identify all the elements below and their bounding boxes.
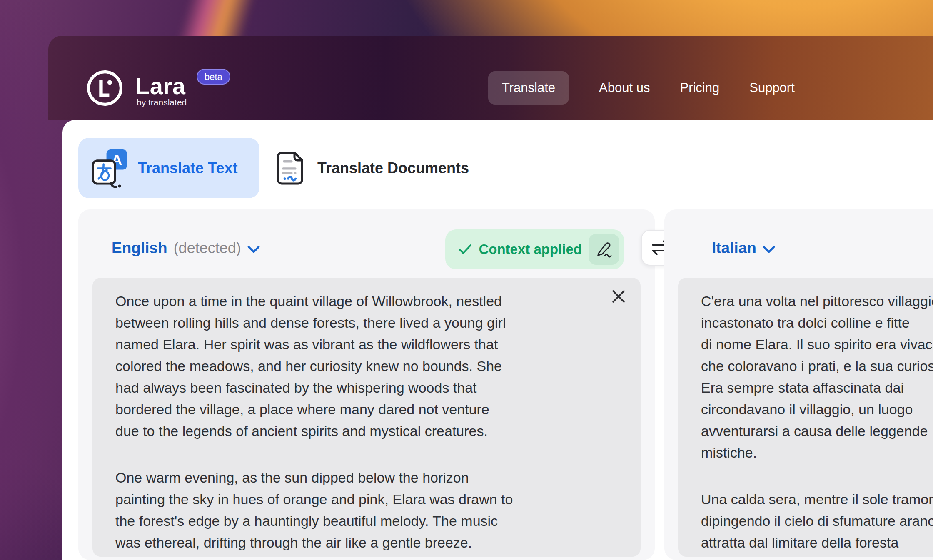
text-line: che coloravano i prati, e la sua curiosi…: [701, 355, 933, 377]
app-header: Lara by translated beta Translate About …: [48, 36, 933, 120]
lara-logo-icon[interactable]: [87, 70, 123, 106]
text-line: had always been fascinated by the whispe…: [115, 377, 641, 398]
text-line: di nome Elara. Il suo spirito era vivace: [701, 334, 933, 355]
text-line: attratta dal limitare della foresta: [701, 532, 933, 553]
source-panel: English (detected) Context applied: [78, 209, 655, 560]
paragraph: Once upon a time in the quaint village o…: [115, 290, 641, 442]
source-text[interactable]: Once upon a time in the quaint village o…: [92, 278, 641, 557]
context-applied-badge[interactable]: Context applied: [445, 229, 624, 269]
detected-note: (detected): [174, 239, 241, 257]
text-line: circondavano il villaggio, un luogo: [701, 398, 933, 420]
nav-item-about-us[interactable]: About us: [599, 80, 650, 95]
app-byline: by translated: [137, 97, 187, 107]
tab-label: Translate Documents: [317, 159, 469, 177]
context-applied-label: Context applied: [479, 241, 582, 257]
tab-translate-text[interactable]: A Translate Text: [78, 138, 259, 198]
text-line: between rolling hills and dense forests,…: [115, 312, 641, 334]
chevron-down-icon: [763, 245, 775, 254]
tab-label: Translate Text: [138, 159, 237, 177]
clear-source-button[interactable]: [609, 287, 628, 306]
text-line: bordered the village, a place where many…: [115, 398, 641, 420]
translate-text-icon: A: [90, 148, 130, 188]
chevron-down-icon: [247, 245, 260, 254]
paragraph: Una calda sera, mentre il sole tramontav…: [701, 488, 933, 553]
nav-item-pricing[interactable]: Pricing: [680, 80, 719, 95]
translate-documents-icon: [276, 150, 306, 187]
text-line: was ethereal, drifting through the air l…: [115, 532, 641, 553]
text-line: the forest's edge by a hauntingly beauti…: [115, 510, 641, 532]
source-language-label: English: [112, 239, 167, 257]
lara-translator-screen: Lara by translated beta Translate About …: [0, 0, 933, 560]
target-panel: Italian C'era una volta nel pittoresco v…: [664, 209, 933, 560]
text-line: due to the legends of ancient spirits an…: [115, 420, 641, 442]
app-name[interactable]: Lara: [135, 75, 185, 98]
text-line: Once upon a time in the quaint village o…: [115, 290, 641, 312]
tab-translate-documents[interactable]: Translate Documents: [276, 138, 469, 198]
nav-item-support[interactable]: Support: [749, 80, 795, 95]
paragraph: C'era una volta nel pittoresco villaggio…: [701, 290, 933, 463]
translation-text: C'era una volta nel pittoresco villaggio…: [678, 278, 933, 557]
text-line: C'era una volta nel pittoresco villaggio: [701, 290, 933, 312]
main-nav: Translate About us Pricing Support: [488, 70, 795, 106]
check-icon: [459, 244, 472, 255]
edit-context-button[interactable]: [589, 234, 619, 265]
text-line: dipingendo il cielo di sfumature arancio: [701, 510, 933, 532]
text-line: painting the sky in hues of orange and p…: [115, 488, 641, 510]
source-language-selector[interactable]: English (detected): [112, 239, 260, 257]
text-line: colored the meadows, and her curiosity k…: [115, 355, 641, 377]
text-line: named Elara. Her spirit was as vibrant a…: [115, 334, 641, 355]
nav-item-translate[interactable]: Translate: [488, 71, 569, 105]
target-language-label: Italian: [712, 239, 756, 257]
text-line: incastonato tra dolci colline e fitte: [701, 312, 933, 334]
paragraph: One warm evening, as the sun dipped belo…: [115, 467, 641, 553]
target-language-selector[interactable]: Italian: [712, 239, 775, 257]
text-line: One warm evening, as the sun dipped belo…: [115, 467, 641, 488]
text-line: mistiche.: [701, 442, 933, 463]
pen-icon: [595, 241, 613, 258]
text-line: avventurarsi a causa delle leggende: [701, 420, 933, 442]
x-icon: [611, 289, 626, 304]
text-line: Era sempre stata affascinata dai: [701, 377, 933, 398]
beta-badge: beta: [197, 69, 230, 85]
text-line: Una calda sera, mentre il sole tramontav…: [701, 488, 933, 510]
translator-card: A Translate Text: [62, 120, 933, 560]
